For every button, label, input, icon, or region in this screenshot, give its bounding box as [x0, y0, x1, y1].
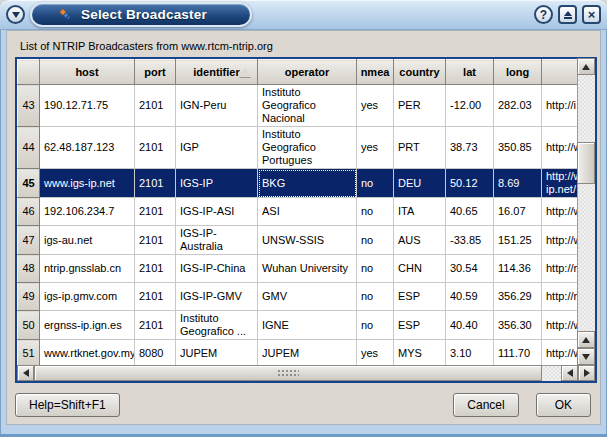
header-host[interactable]: host	[40, 60, 135, 85]
cell-host[interactable]: www.igs-ip.net	[40, 169, 135, 198]
header-country[interactable]: country	[394, 60, 446, 85]
cell-port[interactable]: 2101	[135, 226, 176, 255]
cell-url[interactable]: http://n	[542, 283, 578, 311]
cell-url[interactable]: http://w	[542, 198, 578, 226]
cell-long[interactable]: 114.36	[494, 255, 542, 283]
cell-long[interactable]: 356.30	[494, 311, 542, 340]
cell-nmea[interactable]: yes	[357, 85, 394, 127]
cell-lat[interactable]: -33.85	[446, 226, 494, 255]
header-corner[interactable]	[18, 60, 40, 85]
cell-identifier[interactable]: JUPEM	[176, 340, 258, 366]
scroll-down-button[interactable]	[577, 348, 595, 365]
row-number[interactable]: 45	[18, 169, 40, 198]
cell-host[interactable]: 192.106.234.7	[40, 198, 135, 226]
scroll-left-button[interactable]	[17, 365, 34, 381]
cell-operator[interactable]: JUPEM	[258, 340, 357, 366]
cell-url[interactable]: http://w	[542, 127, 578, 169]
header-port[interactable]: port	[135, 60, 176, 85]
title-pill[interactable]: Select Broadcaster	[30, 2, 252, 27]
window-menu-button[interactable]	[6, 5, 25, 24]
cell-identifier[interactable]: IGS-IP- Australia	[176, 226, 258, 255]
cell-long[interactable]: 111.70	[494, 340, 542, 366]
cell-nmea[interactable]: no	[357, 255, 394, 283]
cell-operator[interactable]: Instituto Geografico Portugues	[258, 127, 357, 169]
cell-country[interactable]: MYS	[394, 340, 446, 366]
cell-url[interactable]: http://i	[542, 85, 578, 127]
help-shortcut-button[interactable]: Help=Shift+F1	[15, 393, 120, 417]
header-nmea[interactable]: nmea	[357, 60, 394, 85]
cell-host[interactable]: www.rtknet.gov.my	[40, 340, 135, 366]
cell-long[interactable]: 151.25	[494, 226, 542, 255]
row-number[interactable]: 46	[18, 198, 40, 226]
cell-lat[interactable]: -12.00	[446, 85, 494, 127]
cell-long[interactable]: 16.07	[494, 198, 542, 226]
cell-lat[interactable]: 50.12	[446, 169, 494, 198]
row-number[interactable]: 50	[18, 311, 40, 340]
scroll-up-button[interactable]	[577, 58, 595, 75]
cell-lat[interactable]: 40.40	[446, 311, 494, 340]
header-long[interactable]: long	[494, 60, 542, 85]
cell-country[interactable]: ESP	[394, 283, 446, 311]
row-number[interactable]: 47	[18, 226, 40, 255]
cell-lat[interactable]: 30.54	[446, 255, 494, 283]
cell-port[interactable]: 2101	[135, 311, 176, 340]
cell-country[interactable]: DEU	[394, 169, 446, 198]
cell-nmea[interactable]: no	[357, 226, 394, 255]
cell-country[interactable]: PRT	[394, 127, 446, 169]
cell-operator[interactable]: UNSW-SSIS	[258, 226, 357, 255]
cell-operator[interactable]: GMV	[258, 283, 357, 311]
cell-url[interactable]: http://w	[542, 340, 578, 366]
horizontal-scroll-thumb[interactable]	[34, 365, 542, 381]
cell-url[interactable]: http://n	[542, 255, 578, 283]
cell-host[interactable]: ntrip.gnsslab.cn	[40, 255, 135, 283]
cell-identifier[interactable]: IGN-Peru	[176, 85, 258, 127]
cell-port[interactable]: 2101	[135, 198, 176, 226]
cell-nmea[interactable]: no	[357, 283, 394, 311]
cell-lat[interactable]: 40.59	[446, 283, 494, 311]
cell-port[interactable]: 2101	[135, 85, 176, 127]
scroll-left-button-2[interactable]	[561, 365, 578, 381]
cell-country[interactable]: ITA	[394, 198, 446, 226]
vertical-scrollbar[interactable]	[577, 59, 595, 365]
cell-country[interactable]: CHN	[394, 255, 446, 283]
cell-url[interactable]: http://w ip.net/	[542, 169, 578, 198]
cell-lat[interactable]: 3.10	[446, 340, 494, 366]
cell-identifier[interactable]: IGP	[176, 127, 258, 169]
cell-operator[interactable]: Wuhan University	[258, 255, 357, 283]
cell-host[interactable]: igs-au.net	[40, 226, 135, 255]
row-number[interactable]: 51	[18, 340, 40, 366]
horizontal-scrollbar[interactable]	[17, 365, 595, 381]
close-button[interactable]: ×	[582, 5, 601, 24]
cell-operator[interactable]: Instituto Geografico Nacional	[258, 85, 357, 127]
cell-identifier[interactable]: IGS-IP-China	[176, 255, 258, 283]
cell-long[interactable]: 8.69	[494, 169, 542, 198]
row-number[interactable]: 44	[18, 127, 40, 169]
cell-country[interactable]: ESP	[394, 311, 446, 340]
cell-lat[interactable]: 40.65	[446, 198, 494, 226]
cell-identifier[interactable]: IGS-IP	[176, 169, 258, 198]
header-url[interactable]	[542, 60, 578, 85]
cell-nmea[interactable]: yes	[357, 340, 394, 366]
cancel-button[interactable]: Cancel	[453, 393, 518, 417]
row-number[interactable]: 43	[18, 85, 40, 127]
cell-port[interactable]: 2101	[135, 283, 176, 311]
cell-port[interactable]: 2101	[135, 255, 176, 283]
shade-button[interactable]	[558, 5, 577, 24]
cell-country[interactable]: AUS	[394, 226, 446, 255]
cell-host[interactable]: ergnss-ip.ign.es	[40, 311, 135, 340]
cell-port[interactable]: 2101	[135, 169, 176, 198]
cell-operator[interactable]: BKG	[258, 169, 357, 198]
cell-operator[interactable]: IGNE	[258, 311, 357, 340]
titlebar[interactable]: Select Broadcaster ? ×	[0, 0, 607, 30]
cell-nmea[interactable]: no	[357, 311, 394, 340]
cell-long[interactable]: 350.85	[494, 127, 542, 169]
header-operator[interactable]: operator	[258, 60, 357, 85]
cell-nmea[interactable]: yes	[357, 127, 394, 169]
cell-country[interactable]: PER	[394, 85, 446, 127]
cell-long[interactable]: 356.29	[494, 283, 542, 311]
cell-host[interactable]: 62.48.187.123	[40, 127, 135, 169]
cell-port[interactable]: 8080	[135, 340, 176, 366]
cell-nmea[interactable]: no	[357, 198, 394, 226]
cell-url[interactable]: http://w	[542, 311, 578, 340]
scroll-up-button-2[interactable]	[577, 331, 595, 348]
